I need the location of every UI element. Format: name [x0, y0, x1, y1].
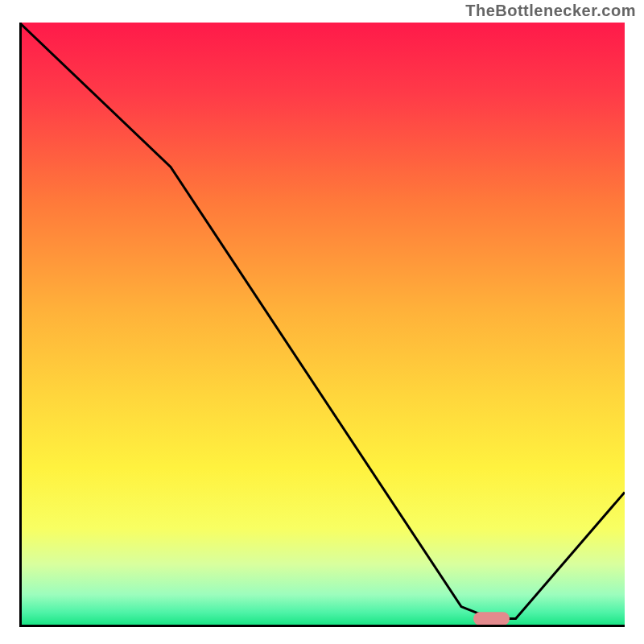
plot-area	[19, 23, 625, 625]
x-axis	[19, 625, 625, 627]
chart-container: TheBottlenecker.com	[0, 0, 644, 644]
attribution-text: TheBottlenecker.com	[465, 2, 636, 20]
chart-curve	[19, 23, 625, 625]
svg-rect-1	[473, 612, 510, 625]
y-axis	[19, 23, 22, 625]
